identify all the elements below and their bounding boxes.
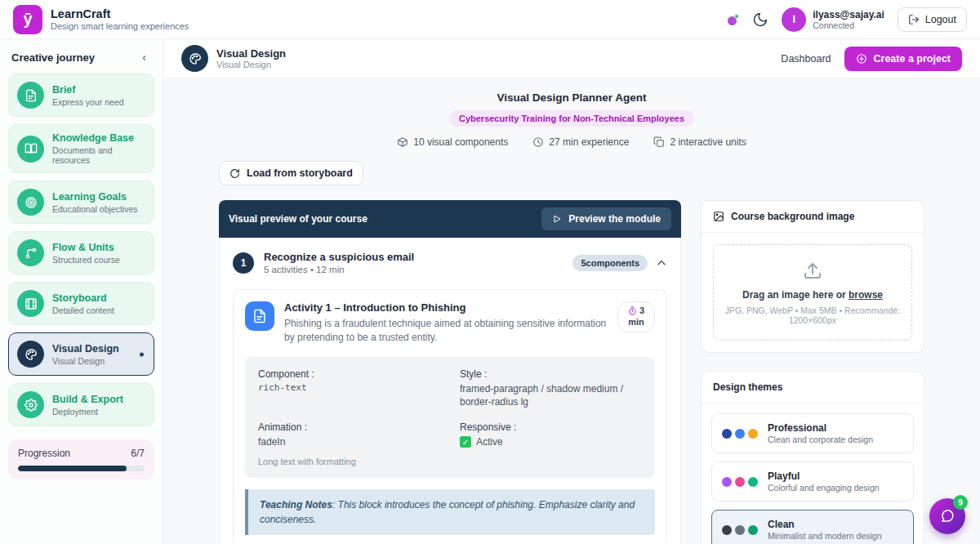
user-menu[interactable]: I ilyass@sajay.ai Connected: [782, 7, 884, 32]
branch-icon: [17, 239, 44, 266]
detail-note: Long text with formatting: [258, 457, 440, 466]
sidebar-item-label: Brief: [52, 84, 124, 96]
sidebar-item-sublabel: Educational objectives: [52, 204, 137, 214]
film-icon: [17, 290, 44, 317]
preview-module-button[interactable]: Preview the module: [541, 207, 671, 230]
book-icon: [17, 136, 44, 163]
page-header: Visual Design Visual Design Dashboard Cr…: [163, 39, 980, 78]
avatar[interactable]: I: [782, 7, 806, 32]
image-dropzone[interactable]: Drag an image here or browse JPG, PNG, W…: [713, 244, 912, 341]
unit-meta: 5 activities • 12 min: [264, 265, 414, 274]
progress-bar-fill: [18, 466, 127, 471]
theme-option-playful[interactable]: PlayfulColorful and engaging design: [711, 462, 914, 502]
components-count-badge: 5components: [572, 255, 648, 271]
sidebar-item-label: Knowledge Base: [52, 132, 145, 145]
dropzone-text: Drag an image here or: [742, 289, 849, 301]
refresh-icon: [229, 168, 240, 179]
stat-label: 10 visual components: [413, 136, 508, 148]
sidebar-item-visual-design[interactable]: Visual DesignVisual Design: [8, 332, 154, 376]
stat-interactive-units: 2 interactive units: [653, 136, 746, 148]
progression-value: 6/7: [131, 448, 145, 459]
sidebar-item-label: Flow & Units: [52, 242, 120, 254]
design-themes-title: Design themes: [713, 381, 782, 393]
background-image-panel: Course background image Drag an image he…: [701, 200, 924, 353]
teaching-notes-label: Teaching Notes: [260, 499, 332, 511]
user-email: ilyass@sajay.ai: [813, 9, 884, 20]
sidebar: Creative journey ‹ BriefExpress your nee…: [0, 39, 163, 544]
layers-icon: [653, 136, 665, 148]
sidebar-item-sublabel: Express your need: [52, 97, 124, 107]
create-project-label: Create a project: [874, 53, 951, 65]
check-icon: ✓: [460, 436, 471, 448]
palette-icon: [181, 45, 208, 72]
logout-label: Logout: [925, 14, 956, 25]
theme-swatches: [722, 477, 758, 487]
connection-indicator-icon: [728, 14, 739, 25]
sidebar-item-label: Build & Export: [52, 394, 123, 406]
sidebar-item-storyboard[interactable]: StoryboardDetailed content: [8, 282, 154, 325]
sidebar-item-sublabel: Deployment: [52, 407, 123, 417]
user-status: Connected: [813, 20, 884, 30]
sidebar-item-brief[interactable]: BriefExpress your need: [8, 74, 154, 117]
chat-button[interactable]: 9: [929, 498, 965, 534]
activity-description: Phishing is a fraudulent technique aimed…: [284, 317, 608, 346]
activity-details: Component : rich-text Style : framed-par…: [245, 357, 655, 479]
load-from-storyboard-button[interactable]: Load from storyboard: [219, 161, 363, 185]
preview-bar-title: Visual preview of your course: [229, 213, 368, 225]
moon-icon: [752, 11, 768, 28]
active-indicator-dot: [140, 352, 144, 356]
plus-circle-icon: [856, 53, 867, 65]
sidebar-title: Creative journey: [11, 51, 95, 64]
unit-header[interactable]: 1 Recognize a suspicious email 5 activit…: [233, 251, 667, 274]
create-project-button[interactable]: Create a project: [844, 47, 962, 71]
course-preview-section: Visual preview of your course Preview th…: [219, 200, 681, 544]
palette-icon: [17, 341, 44, 368]
app-logo: ȳ: [13, 5, 42, 34]
preview-module-label: Preview the module: [568, 213, 661, 225]
sidebar-item-sublabel: Documents and resources: [52, 145, 145, 165]
sidebar-item-sublabel: Visual Design: [52, 356, 119, 366]
file-icon: [17, 82, 44, 109]
progression-label: Progression: [18, 448, 70, 459]
stat-experience: 27 min experience: [532, 136, 629, 148]
progression-panel: Progression 6/7: [8, 439, 154, 479]
theme-option-clean[interactable]: CleanMinimalist and modern design: [711, 510, 914, 544]
sidebar-item-knowledge-base[interactable]: Knowledge BaseDocuments and resources: [8, 124, 154, 173]
theme-swatches: [722, 525, 758, 535]
app-tagline: Design smart learning experiences: [51, 21, 189, 31]
stat-label: 27 min experience: [549, 136, 629, 148]
sidebar-collapse-button[interactable]: ‹: [137, 51, 151, 64]
timer-icon: [628, 306, 637, 315]
clock-icon: [532, 136, 544, 148]
chevron-up-icon[interactable]: [656, 257, 667, 269]
browse-link[interactable]: browse: [849, 289, 883, 301]
dashboard-link[interactable]: Dashboard: [781, 53, 831, 65]
stat-label: 2 interactive units: [670, 136, 746, 148]
chat-icon: [940, 509, 955, 524]
chat-unread-badge: 9: [953, 495, 968, 510]
logo-glyph: ȳ: [23, 10, 32, 29]
rich-text-icon: [245, 301, 274, 331]
sidebar-item-flow-units[interactable]: Flow & UnitsStructured course: [8, 231, 154, 274]
sidebar-item-sublabel: Detailed content: [52, 305, 114, 315]
detail-responsive: Responsive : ✓ Active: [460, 421, 642, 466]
detail-animation: Animation : fadeIn Long text with format…: [258, 421, 440, 466]
package-icon: [397, 136, 408, 148]
sidebar-item-label: Learning Goals: [52, 191, 137, 203]
sidebar-item-learning-goals[interactable]: Learning GoalsEducational objectives: [8, 181, 154, 224]
gear-icon: [17, 391, 44, 418]
sidebar-item-build-export[interactable]: Build & ExportDeployment: [8, 383, 154, 426]
dark-mode-toggle[interactable]: [752, 11, 768, 28]
logout-button[interactable]: Logout: [898, 7, 967, 32]
theme-option-professional[interactable]: ProfessionalClean and corporate design: [711, 413, 914, 453]
design-themes-panel: Design themes ProfessionalClean and corp…: [701, 371, 924, 544]
duration-badge: 3 min: [617, 301, 655, 332]
unit-title: Recognize a suspicious email: [264, 251, 414, 263]
page-title: Visual Design: [216, 47, 286, 60]
load-from-storyboard-label: Load from storyboard: [247, 167, 353, 179]
teaching-notes: Teaching Notes: This block introduces th…: [245, 489, 655, 535]
app-title: LearnCraft: [51, 7, 189, 20]
upload-icon: [803, 261, 822, 281]
background-image-title: Course background image: [731, 211, 854, 222]
dropzone-hint: JPG, PNG, WebP • Max 5MB • Recommandé: 1…: [722, 305, 903, 325]
